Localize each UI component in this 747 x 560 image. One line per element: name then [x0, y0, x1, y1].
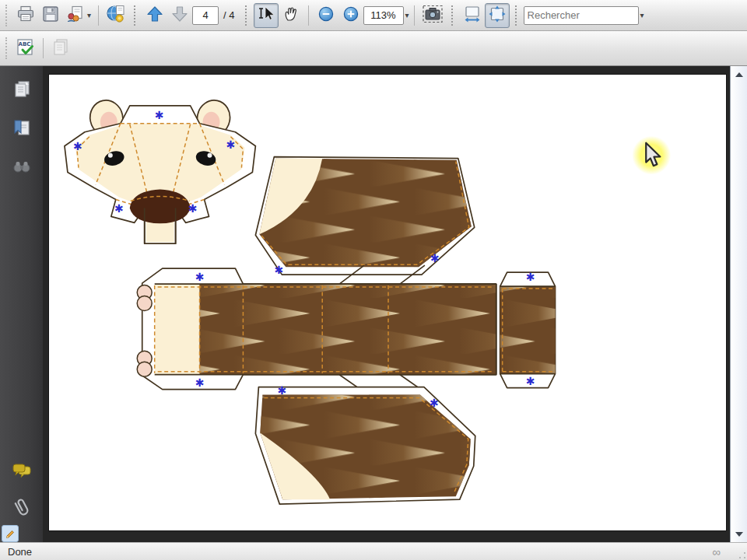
toolbar-separator: [414, 5, 415, 26]
toolbar-separator: [451, 5, 454, 26]
glue-marker: ✱: [73, 140, 82, 152]
glue-marker: ✱: [195, 376, 205, 389]
glue-marker: ✱: [277, 384, 286, 397]
copy-pages-button-disabled: [48, 36, 73, 61]
papercraft-drawing: .oln{fill:#ffffff;stroke:#43341f;stroke-…: [49, 75, 726, 530]
main-area: .oln{fill:#ffffff;stroke:#43341f;stroke-…: [0, 66, 747, 542]
hand-tool-button[interactable]: [279, 3, 303, 28]
fit-page-button[interactable]: [485, 3, 510, 28]
fit-page-icon: [488, 5, 507, 26]
search-dropdown-caret[interactable]: ▾: [640, 12, 644, 19]
pages-icon: [12, 79, 32, 102]
toolbar-separator: [98, 5, 99, 26]
resize-grip[interactable]: [738, 551, 745, 558]
search-binoculars-button[interactable]: [9, 155, 35, 181]
scroll-up-icon: [735, 72, 743, 77]
web-export-button[interactable]: [103, 3, 128, 28]
middle-body-strip: ✱ ✱ ✱ ✱: [137, 265, 569, 396]
toolbar-grip: [5, 5, 9, 26]
pencil-icon: [5, 527, 16, 541]
toolbar-separator: [134, 5, 137, 26]
glue-marker: ✱: [430, 252, 440, 264]
zoom-out-icon: [317, 5, 335, 25]
glue-marker: ✱: [188, 202, 198, 215]
zoom-dropdown-caret[interactable]: ▾: [405, 12, 409, 19]
comments-icon: [11, 462, 33, 485]
status-text: Done: [8, 546, 32, 558]
glue-marker: ✱: [430, 397, 439, 409]
fit-width-icon: [463, 5, 482, 26]
toolbar-separator: [43, 38, 44, 58]
glue-marker: ✱: [274, 264, 283, 276]
page-total-label: / 4: [223, 9, 234, 21]
navigation-sidebar: [0, 66, 43, 542]
scroll-up-button[interactable]: [731, 68, 747, 81]
attachments-panel-button[interactable]: [9, 495, 35, 522]
hand-tool-icon: [282, 5, 300, 26]
scroll-down-icon: [735, 532, 743, 537]
scroll-down-button[interactable]: [731, 527, 747, 541]
previous-page-button[interactable]: [142, 3, 167, 28]
spellcheck-icon: ABC: [16, 37, 36, 60]
glue-marker: ✱: [114, 202, 124, 215]
comments-panel-button[interactable]: [9, 460, 35, 486]
svg-text:ABC: ABC: [19, 41, 31, 47]
glue-marker: ✱: [526, 375, 535, 387]
toolbar-separator: [308, 5, 309, 26]
select-tool-icon: [257, 5, 275, 26]
spellcheck-button[interactable]: ABC: [13, 36, 38, 61]
edit-toolbar: ABC: [0, 31, 747, 66]
glue-marker: ✱: [155, 109, 164, 121]
share-dropdown-caret: ▾: [87, 12, 91, 19]
status-bar: Done ∞: [0, 542, 747, 560]
print-button[interactable]: [13, 3, 38, 28]
zoom-in-button[interactable]: [338, 3, 363, 28]
document-viewport: .oln{fill:#ffffff;stroke:#43341f;stroke-…: [43, 66, 747, 542]
infinity-indicator: ∞: [712, 545, 721, 558]
binoculars-icon: [12, 157, 32, 180]
document-page[interactable]: .oln{fill:#ffffff;stroke:#43341f;stroke-…: [48, 74, 727, 531]
print-icon: [16, 5, 35, 26]
snapshot-camera-icon: [422, 4, 444, 26]
vertical-scrollbar[interactable]: [730, 66, 747, 542]
share-document-button[interactable]: ▾: [63, 3, 93, 28]
glue-marker: ✱: [526, 271, 535, 283]
main-toolbar: ▾: [0, 0, 747, 31]
bottom-body-piece: ✱ ✱: [251, 384, 483, 509]
glue-marker: ✱: [195, 271, 205, 283]
save-icon: [41, 5, 60, 26]
paperclip-icon: [12, 496, 32, 522]
page-down-icon: [170, 5, 189, 26]
snapshot-button[interactable]: [419, 3, 446, 28]
pages-panel-button[interactable]: [9, 77, 35, 103]
select-tool-button[interactable]: [254, 3, 279, 28]
status-right-group: ∞: [712, 545, 739, 558]
save-button[interactable]: [38, 3, 63, 28]
fit-width-button[interactable]: [460, 3, 485, 28]
zoom-in-icon: [342, 5, 359, 25]
bookmarks-icon: [12, 118, 32, 141]
bookmarks-panel-button[interactable]: [9, 116, 35, 142]
zoom-out-button[interactable]: [314, 3, 338, 28]
share-document-icon: [65, 5, 86, 26]
web-export-icon: [106, 4, 126, 26]
next-page-button[interactable]: [167, 3, 192, 28]
head-piece: ✱ ✱ ✱ ✱ ✱: [65, 97, 255, 243]
toolbar-separator: [515, 5, 518, 26]
top-body-piece: ✱ ✱: [251, 152, 483, 276]
glue-marker: ✱: [226, 138, 236, 151]
annotate-pencil-button[interactable]: [2, 525, 19, 542]
toolbar-separator: [245, 5, 248, 26]
copy-pages-icon: [51, 37, 71, 60]
page-number-input[interactable]: [192, 6, 219, 25]
toolbar-grip: [5, 37, 9, 59]
mouse-cursor: [632, 136, 671, 175]
search-input[interactable]: [524, 6, 639, 25]
page-up-icon: [146, 5, 164, 26]
zoom-level-input[interactable]: [363, 6, 404, 25]
